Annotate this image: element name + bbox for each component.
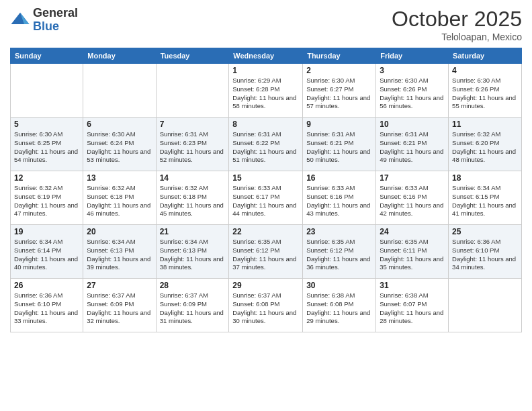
calendar-cell: 30Sunrise: 6:38 AMSunset: 6:08 PMDayligh… bbox=[303, 279, 376, 332]
day-info: Sunrise: 6:32 AMSunset: 6:20 PMDaylight:… bbox=[452, 130, 518, 165]
day-info: Sunrise: 6:38 AMSunset: 6:08 PMDaylight:… bbox=[306, 291, 372, 326]
day-info: Sunrise: 6:35 AMSunset: 6:11 PMDaylight:… bbox=[380, 238, 445, 272]
day-info: Sunrise: 6:33 AMSunset: 6:17 PMDaylight:… bbox=[232, 184, 299, 218]
day-info: Sunrise: 6:35 AMSunset: 6:12 PMDaylight:… bbox=[232, 238, 299, 272]
calendar-header-friday: Friday bbox=[376, 48, 449, 64]
calendar-cell: 27Sunrise: 6:37 AMSunset: 6:09 PMDayligh… bbox=[83, 279, 156, 332]
day-number: 7 bbox=[160, 120, 226, 129]
calendar-cell: 18Sunrise: 6:34 AMSunset: 6:15 PMDayligh… bbox=[449, 171, 522, 225]
day-info: Sunrise: 6:31 AMSunset: 6:21 PMDaylight:… bbox=[306, 130, 372, 165]
day-info: Sunrise: 6:30 AMSunset: 6:26 PMDaylight:… bbox=[380, 77, 445, 111]
day-number: 31 bbox=[380, 281, 445, 290]
day-number: 1 bbox=[232, 66, 299, 75]
calendar-cell: 28Sunrise: 6:37 AMSunset: 6:09 PMDayligh… bbox=[156, 279, 229, 332]
day-info: Sunrise: 6:31 AMSunset: 6:22 PMDaylight:… bbox=[232, 130, 299, 165]
logo-general: General bbox=[33, 7, 78, 20]
calendar-week-row: 12Sunrise: 6:32 AMSunset: 6:19 PMDayligh… bbox=[11, 171, 522, 225]
day-number: 9 bbox=[306, 120, 372, 129]
day-number: 25 bbox=[452, 227, 518, 236]
day-number: 19 bbox=[14, 227, 79, 236]
day-info: Sunrise: 6:34 AMSunset: 6:13 PMDaylight:… bbox=[87, 238, 152, 272]
calendar-week-row: 26Sunrise: 6:36 AMSunset: 6:10 PMDayligh… bbox=[11, 279, 522, 332]
calendar-cell: 7Sunrise: 6:31 AMSunset: 6:23 PMDaylight… bbox=[156, 118, 229, 171]
day-number: 5 bbox=[14, 120, 79, 129]
day-number: 21 bbox=[160, 227, 226, 236]
calendar-cell: 17Sunrise: 6:33 AMSunset: 6:16 PMDayligh… bbox=[376, 171, 449, 225]
day-number: 15 bbox=[232, 173, 299, 183]
calendar-week-row: 1Sunrise: 6:29 AMSunset: 6:28 PMDaylight… bbox=[11, 64, 522, 118]
calendar-cell: 25Sunrise: 6:36 AMSunset: 6:10 PMDayligh… bbox=[449, 225, 522, 279]
day-info: Sunrise: 6:37 AMSunset: 6:09 PMDaylight:… bbox=[87, 291, 152, 326]
calendar-header-monday: Monday bbox=[83, 48, 156, 64]
page: General Blue October 2025 Teloloapan, Me… bbox=[0, 0, 532, 411]
calendar-header-saturday: Saturday bbox=[449, 48, 522, 64]
day-number: 24 bbox=[380, 227, 445, 236]
calendar-cell: 22Sunrise: 6:35 AMSunset: 6:12 PMDayligh… bbox=[229, 225, 303, 279]
calendar-cell: 8Sunrise: 6:31 AMSunset: 6:22 PMDaylight… bbox=[229, 118, 303, 171]
calendar-cell: 16Sunrise: 6:33 AMSunset: 6:16 PMDayligh… bbox=[303, 171, 376, 225]
day-number: 18 bbox=[452, 173, 518, 183]
calendar-header-sunday: Sunday bbox=[11, 48, 83, 64]
day-info: Sunrise: 6:37 AMSunset: 6:08 PMDaylight:… bbox=[232, 291, 299, 326]
title-block: October 2025 Teloloapan, Mexico bbox=[392, 7, 522, 42]
calendar: SundayMondayTuesdayWednesdayThursdayFrid… bbox=[10, 48, 522, 332]
logo-blue: Blue bbox=[33, 20, 78, 34]
calendar-cell: 21Sunrise: 6:34 AMSunset: 6:13 PMDayligh… bbox=[156, 225, 229, 279]
day-info: Sunrise: 6:32 AMSunset: 6:18 PMDaylight:… bbox=[160, 184, 226, 218]
logo: General Blue bbox=[10, 7, 78, 34]
day-number: 6 bbox=[87, 120, 152, 129]
calendar-header-thursday: Thursday bbox=[303, 48, 376, 64]
day-number: 22 bbox=[232, 227, 299, 236]
calendar-header-wednesday: Wednesday bbox=[229, 48, 303, 64]
day-info: Sunrise: 6:31 AMSunset: 6:23 PMDaylight:… bbox=[160, 130, 226, 165]
calendar-cell: 24Sunrise: 6:35 AMSunset: 6:11 PMDayligh… bbox=[376, 225, 449, 279]
day-info: Sunrise: 6:36 AMSunset: 6:10 PMDaylight:… bbox=[452, 238, 518, 272]
day-info: Sunrise: 6:32 AMSunset: 6:18 PMDaylight:… bbox=[87, 184, 152, 218]
day-info: Sunrise: 6:34 AMSunset: 6:13 PMDaylight:… bbox=[160, 238, 226, 272]
day-number: 27 bbox=[87, 281, 152, 290]
day-number: 2 bbox=[306, 66, 372, 75]
calendar-cell: 15Sunrise: 6:33 AMSunset: 6:17 PMDayligh… bbox=[229, 171, 303, 225]
day-number: 10 bbox=[380, 120, 445, 129]
day-info: Sunrise: 6:37 AMSunset: 6:09 PMDaylight:… bbox=[160, 291, 226, 326]
calendar-week-row: 5Sunrise: 6:30 AMSunset: 6:25 PMDaylight… bbox=[11, 118, 522, 171]
day-info: Sunrise: 6:30 AMSunset: 6:27 PMDaylight:… bbox=[306, 77, 372, 111]
day-info: Sunrise: 6:38 AMSunset: 6:07 PMDaylight:… bbox=[380, 291, 445, 326]
calendar-cell: 6Sunrise: 6:30 AMSunset: 6:24 PMDaylight… bbox=[83, 118, 156, 171]
calendar-header-tuesday: Tuesday bbox=[156, 48, 229, 64]
calendar-header-row: SundayMondayTuesdayWednesdayThursdayFrid… bbox=[11, 48, 522, 64]
month-title: October 2025 bbox=[392, 7, 522, 32]
calendar-cell: 10Sunrise: 6:31 AMSunset: 6:21 PMDayligh… bbox=[376, 118, 449, 171]
calendar-cell: 14Sunrise: 6:32 AMSunset: 6:18 PMDayligh… bbox=[156, 171, 229, 225]
calendar-cell: 5Sunrise: 6:30 AMSunset: 6:25 PMDaylight… bbox=[11, 118, 83, 171]
calendar-cell: 3Sunrise: 6:30 AMSunset: 6:26 PMDaylight… bbox=[376, 64, 449, 118]
calendar-cell: 23Sunrise: 6:35 AMSunset: 6:12 PMDayligh… bbox=[303, 225, 376, 279]
day-info: Sunrise: 6:31 AMSunset: 6:21 PMDaylight:… bbox=[380, 130, 445, 165]
day-info: Sunrise: 6:30 AMSunset: 6:26 PMDaylight:… bbox=[452, 77, 518, 111]
day-info: Sunrise: 6:32 AMSunset: 6:19 PMDaylight:… bbox=[14, 184, 79, 218]
day-info: Sunrise: 6:33 AMSunset: 6:16 PMDaylight:… bbox=[380, 184, 445, 218]
day-number: 28 bbox=[160, 281, 226, 290]
day-info: Sunrise: 6:30 AMSunset: 6:24 PMDaylight:… bbox=[87, 130, 152, 165]
day-number: 14 bbox=[160, 173, 226, 183]
location: Teloloapan, Mexico bbox=[392, 32, 522, 42]
day-number: 16 bbox=[306, 173, 372, 183]
calendar-week-row: 19Sunrise: 6:34 AMSunset: 6:14 PMDayligh… bbox=[11, 225, 522, 279]
day-number: 17 bbox=[380, 173, 445, 183]
calendar-cell: 29Sunrise: 6:37 AMSunset: 6:08 PMDayligh… bbox=[229, 279, 303, 332]
calendar-cell: 11Sunrise: 6:32 AMSunset: 6:20 PMDayligh… bbox=[449, 118, 522, 171]
day-number: 20 bbox=[87, 227, 152, 236]
calendar-cell bbox=[449, 279, 522, 332]
day-info: Sunrise: 6:35 AMSunset: 6:12 PMDaylight:… bbox=[306, 238, 372, 272]
calendar-cell: 31Sunrise: 6:38 AMSunset: 6:07 PMDayligh… bbox=[376, 279, 449, 332]
day-info: Sunrise: 6:36 AMSunset: 6:10 PMDaylight:… bbox=[14, 291, 79, 326]
calendar-cell: 20Sunrise: 6:34 AMSunset: 6:13 PMDayligh… bbox=[83, 225, 156, 279]
day-info: Sunrise: 6:29 AMSunset: 6:28 PMDaylight:… bbox=[232, 77, 299, 111]
calendar-cell: 13Sunrise: 6:32 AMSunset: 6:18 PMDayligh… bbox=[83, 171, 156, 225]
day-number: 3 bbox=[380, 66, 445, 75]
day-number: 26 bbox=[14, 281, 79, 290]
calendar-cell: 1Sunrise: 6:29 AMSunset: 6:28 PMDaylight… bbox=[229, 64, 303, 118]
header: General Blue October 2025 Teloloapan, Me… bbox=[10, 7, 522, 42]
day-info: Sunrise: 6:33 AMSunset: 6:16 PMDaylight:… bbox=[306, 184, 372, 218]
logo-icon bbox=[10, 10, 30, 30]
